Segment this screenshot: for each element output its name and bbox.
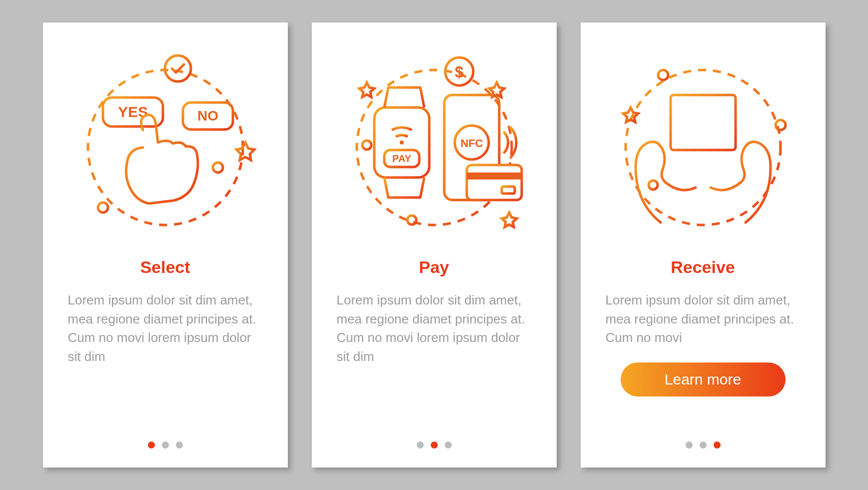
dot-2[interactable]	[162, 442, 169, 448]
no-label: NO	[197, 108, 218, 124]
svg-point-39	[776, 120, 786, 130]
dot-2[interactable]	[431, 442, 438, 448]
dot-3[interactable]	[445, 442, 452, 448]
nfc-label: NFC	[460, 137, 483, 150]
onboarding-card-receive: Receive Lorem ipsum dolor sit dim amet, …	[581, 22, 826, 468]
dollar-label: $	[455, 63, 464, 81]
svg-point-10	[213, 162, 223, 172]
svg-rect-22	[467, 165, 522, 200]
dot-3[interactable]	[176, 442, 183, 448]
pay-label: PAY	[392, 153, 411, 164]
svg-point-41	[649, 180, 658, 190]
receive-illustration	[606, 48, 801, 242]
page-indicator	[581, 442, 826, 448]
card-title: Select	[140, 258, 190, 277]
svg-point-26	[407, 216, 416, 224]
svg-rect-23	[467, 172, 522, 180]
pay-illustration: $ PAY NFC	[337, 48, 532, 242]
card-description: Lorem ipsum dolor sit dim amet, mea regi…	[337, 291, 532, 366]
select-illustration: YES NO	[68, 48, 263, 242]
dot-2[interactable]	[700, 442, 707, 448]
svg-point-1	[165, 56, 191, 82]
svg-point-29	[626, 70, 781, 225]
svg-point-11	[98, 202, 108, 212]
card-description: Lorem ipsum dolor sit dim amet, mea regi…	[68, 291, 263, 366]
card-title: Receive	[671, 258, 735, 277]
dot-3[interactable]	[714, 442, 721, 448]
card-title: Pay	[419, 258, 449, 277]
svg-point-40	[658, 70, 668, 80]
learn-more-button[interactable]: Learn more	[621, 362, 786, 396]
page-indicator	[43, 442, 288, 448]
page-indicator	[312, 442, 557, 448]
onboarding-card-pay: $ PAY NFC	[312, 22, 557, 468]
dot-1[interactable]	[148, 442, 155, 448]
svg-point-15	[400, 140, 404, 144]
svg-point-25	[362, 140, 371, 150]
onboarding-card-select: YES NO Select Lorem ipsum dolor sit dim …	[43, 22, 288, 468]
dot-1[interactable]	[686, 442, 693, 448]
card-description: Lorem ipsum dolor sit dim amet, mea regi…	[606, 291, 801, 348]
dot-1[interactable]	[417, 442, 424, 448]
